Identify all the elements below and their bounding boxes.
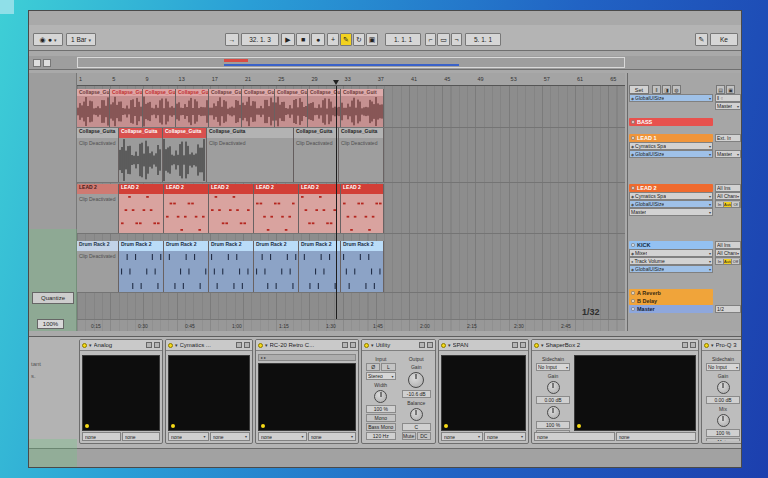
hot-swap-icon[interactable]	[342, 342, 348, 348]
utility-output-knob[interactable]	[410, 408, 423, 421]
clip-guitar-takes[interactable]: Collapse_GuitaClip Deactivated	[339, 128, 384, 182]
track-header-lead-2[interactable]: LEAD 2	[629, 184, 713, 192]
clip-lead-2[interactable]: LEAD 2	[119, 184, 164, 233]
collapse-icon[interactable]: ▾	[711, 342, 714, 348]
shaperbox-2-knob[interactable]	[547, 381, 560, 394]
io-chooser[interactable]: All Ins	[715, 241, 741, 249]
hot-swap-icon[interactable]	[682, 342, 688, 348]
chooser-mixer[interactable]: ◆Mixer▾	[629, 249, 713, 257]
punch-in-button[interactable]: ⌐	[425, 33, 436, 46]
io-chooser[interactable]: InAutoOff	[715, 257, 741, 265]
utility-input-button-mono[interactable]: Mono	[366, 414, 396, 422]
track-fold-icon[interactable]	[631, 243, 635, 247]
device-activator-icon[interactable]	[82, 343, 87, 348]
metronome-control[interactable]: ◉ ● ▾	[33, 33, 63, 46]
chooser-globaluisize[interactable]: ◆GlobalUISize▾	[629, 94, 713, 102]
save-preset-icon[interactable]	[350, 342, 356, 348]
device-title-bar[interactable]: ▾RC-20 Retro C...	[256, 340, 358, 351]
device-cymatics[interactable]: ▾Cymatics ...none▾none▾	[165, 339, 253, 444]
utility-input-knob[interactable]	[374, 390, 387, 403]
monitor-in[interactable]: In	[716, 202, 724, 207]
track-fold-icon[interactable]	[631, 291, 635, 295]
reenable-automation-button[interactable]: ↻	[353, 33, 365, 46]
save-preset-icon[interactable]	[427, 342, 433, 348]
clip-guitar-audio[interactable]: Collapse_Guit	[209, 89, 242, 127]
device-activator-icon[interactable]	[704, 343, 709, 348]
sidechain-source-select[interactable]: none	[616, 432, 697, 441]
draw-pencil-button[interactable]: ✎	[695, 33, 708, 46]
clip-drum-rack-2[interactable]: Drum Rack 2	[209, 241, 254, 292]
io-chooser[interactable]: Ext. In	[715, 134, 741, 142]
device-title-bar[interactable]: ▾Pro-Q 3	[702, 340, 742, 351]
device-title-bar[interactable]: ▾ShaperBox 2	[532, 340, 698, 351]
io-chooser[interactable]: All Channe▾	[715, 192, 741, 200]
device-title-bar[interactable]: ▾SPAN	[439, 340, 528, 351]
hot-swap-icon[interactable]	[419, 342, 425, 348]
device-rc-20-retro-c[interactable]: ▾RC-20 Retro C...▸ ▸none▾none▾	[255, 339, 359, 444]
track-fold-icon[interactable]	[631, 186, 635, 190]
overview-control[interactable]	[33, 59, 41, 67]
device-activator-icon[interactable]	[441, 343, 446, 348]
overview-viewport[interactable]	[77, 57, 625, 68]
playhead[interactable]	[336, 86, 337, 319]
sidechain-source-select[interactable]: none	[534, 432, 615, 441]
clip-drum-rack-2[interactable]: Drum Rack 2	[299, 241, 341, 292]
pro-q-3-dropdown[interactable]: No Input▾	[706, 363, 740, 371]
device-substrip[interactable]: ▸ ▸	[258, 354, 356, 361]
clip-guitar-audio[interactable]: Collapse_Guit	[176, 89, 209, 127]
clip-drum-rack-2[interactable]: Drum Rack 2	[164, 241, 209, 292]
utility-output-knob[interactable]	[408, 372, 424, 388]
io-chooser[interactable]: InAutoOf	[715, 200, 741, 208]
pro-q-3-value[interactable]: 100 %	[706, 429, 740, 437]
utility-input-button-[interactable]: Ø	[366, 363, 380, 371]
sidechain-source-select[interactable]: none▾	[258, 432, 307, 441]
clip-guitar-audio[interactable]: Collapse_Guit	[242, 89, 275, 127]
device-activator-icon[interactable]	[168, 343, 173, 348]
device-activator-icon[interactable]	[258, 343, 263, 348]
overview-control[interactable]	[43, 59, 51, 67]
track-fold-icon[interactable]	[631, 307, 635, 311]
shaperbox-2-value[interactable]: 0.00 dB	[536, 396, 570, 404]
clip-drum-rack-2[interactable]: Drum Rack 2	[119, 241, 164, 292]
track-header-bass[interactable]: BASS	[629, 118, 713, 126]
clip-guitar-takes[interactable]: Collapse_GuitaClip Deactivated	[77, 128, 119, 182]
pro-q-3-knob[interactable]	[717, 381, 730, 394]
sidechain-source-select[interactable]: none▾	[484, 432, 526, 441]
pro-q-3-value[interactable]: 0.00 dB	[706, 396, 740, 404]
io-chooser[interactable]: ‖ ○	[715, 94, 741, 102]
hot-swap-icon[interactable]	[236, 342, 242, 348]
sidechain-source-select[interactable]: none▾	[168, 432, 209, 441]
utility-output-value[interactable]: -10.6 dB	[402, 390, 432, 398]
clip-drum-rack-2[interactable]: Drum Rack 2	[254, 241, 299, 292]
save-preset-icon[interactable]	[690, 342, 696, 348]
device-shaperbox-2[interactable]: ▾ShaperBox 2SidechainNo Input▾Gain0.00 d…	[531, 339, 699, 444]
hot-swap-icon[interactable]	[146, 342, 152, 348]
track-header-a-reverb[interactable]: A Reverb	[629, 289, 713, 297]
chooser-globaluisize[interactable]: ◆GlobalUISize▾	[629, 150, 713, 158]
io-chooser[interactable]: Master▾	[715, 102, 741, 110]
chooser-track-volume[interactable]: ●Track Volume▾	[629, 257, 713, 265]
back-to-arrangement-button[interactable]: ▣	[366, 33, 378, 46]
collapse-icon[interactable]: ▾	[371, 342, 374, 348]
monitor-off[interactable]: Off	[732, 259, 740, 264]
monitor-auto[interactable]: Auto	[724, 259, 732, 264]
clip-guitar-audio[interactable]: Collapse_Guit	[77, 89, 110, 127]
shaperbox-2-dropdown[interactable]: No Input▾	[536, 363, 570, 371]
collapse-icon[interactable]: ▾	[89, 342, 92, 348]
utility-input-button-bass-mono[interactable]: Bass Mono	[366, 423, 396, 431]
loop-start-display[interactable]: 1. 1. 1	[385, 33, 421, 46]
sidechain-source-select[interactable]: none▾	[441, 432, 483, 441]
clip-guitar-audio[interactable]: Collapse_Guit	[110, 89, 143, 127]
clip-guitar-audio[interactable]: Collapse_Guit	[143, 89, 176, 127]
chooser-cymatics-spa[interactable]: ◆Cymatics Spa▾	[629, 192, 713, 200]
draw-mode-button[interactable]: ✎	[340, 33, 352, 46]
monitor-of[interactable]: Of	[732, 202, 740, 207]
time-ruler[interactable]: 0:150:300:451:001:151:301:452:002:152:30…	[77, 319, 625, 331]
device-activator-icon[interactable]	[534, 343, 539, 348]
quantization-menu[interactable]: 1 Bar▾	[66, 33, 96, 46]
clip-lead-2[interactable]: LEAD 2	[254, 184, 299, 233]
monitor-auto[interactable]: Auto	[724, 202, 732, 207]
sidechain-source-select[interactable]: none▾	[210, 432, 251, 441]
pro-q-3-button-mute[interactable]: Mute	[706, 438, 740, 441]
shaperbox-2-knob[interactable]	[547, 406, 560, 419]
